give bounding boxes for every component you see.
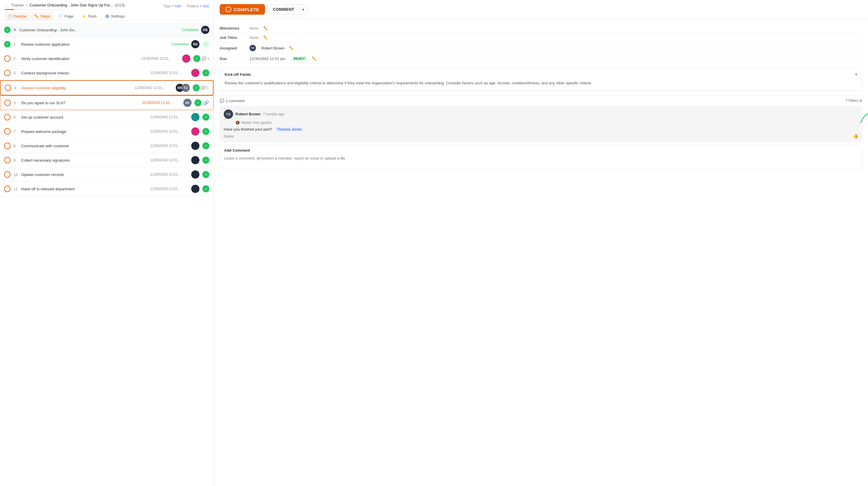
step-header-row[interactable]: ✓ ≡ Customer Onboarding - John Do... Com…: [0, 23, 214, 37]
milestones-edit-icon[interactable]: ✏️: [263, 26, 268, 30]
comment-delete-button[interactable]: Delete: [224, 134, 858, 138]
step-10-check[interactable]: [4, 171, 10, 178]
add-comment-label: Add Comment: [220, 145, 862, 154]
header-step-name: Customer Onboarding - John Do...: [19, 28, 178, 32]
step-5-name: Do you agree to our SLA?: [21, 101, 140, 105]
tab-overdue[interactable]: 🕐 Overdue: [5, 12, 30, 20]
due-edit-icon[interactable]: ✏️: [312, 57, 316, 61]
breadcrumb-title[interactable]: Customer Onboarding - John Doe Signs Up …: [30, 3, 113, 7]
tracker-link[interactable]: Tracker: [11, 3, 24, 7]
add-comment-input[interactable]: [220, 154, 862, 168]
ready-badge: READY: [291, 56, 308, 61]
step-row-8[interactable]: 8 Communicate with customer 12/30/2042 1…: [0, 139, 214, 153]
folders-label: Folders: [187, 4, 198, 8]
step-row-10[interactable]: 10 Update customer records 12/30/2042 12…: [0, 167, 214, 182]
complete-button[interactable]: ○ COMPLETE: [220, 4, 265, 14]
breadcrumb: Tracker > Customer Onboarding - John Doe…: [11, 3, 125, 7]
comment-label: COMMENT: [273, 7, 294, 12]
kickoff-section: Kick-off Fields ▾ Review the customer's …: [220, 68, 862, 91]
comment-main-button[interactable]: COMMENT: [268, 5, 299, 14]
milestones-row: Milestones None ✏️: [220, 24, 862, 33]
step-9-check[interactable]: [4, 157, 10, 163]
like-button[interactable]: 👍: [853, 133, 859, 138]
step-4-avatars: RB TJ: [176, 84, 190, 92]
arrow-svg: [859, 108, 868, 126]
right-content: Milestones None ✏️ Job Titles None ✏️ As…: [214, 19, 868, 486]
step-10-check-btn[interactable]: ✓: [203, 171, 209, 178]
tab-page[interactable]: 📄 Page: [55, 12, 77, 20]
left-panel: ☆ Tracker > Customer Onboarding - John D…: [0, 0, 214, 486]
step-3-check[interactable]: [4, 70, 10, 76]
step-row-11[interactable]: 11 Hand off to relevant department 12/30…: [0, 182, 214, 196]
progress-fill: [5, 9, 14, 10]
nav-tabs: 🕐 Overdue ✏️ Steps 📄 Page ⚡ Tools: [5, 12, 209, 20]
complete-circle-icon: ○: [225, 6, 231, 12]
step-row-3[interactable]: 3 Conduct background checks 12/30/2042 1…: [0, 66, 214, 80]
tags-section: Tags + Add: [163, 4, 181, 8]
comment-dropdown-button[interactable]: ▾: [299, 5, 307, 14]
step-row-2[interactable]: 2 Verify customer identification 12/30/2…: [0, 52, 214, 66]
step-5-actions: ✓ 🔗: [194, 99, 209, 106]
step-6-num: 6: [13, 115, 18, 120]
step-6-check-btn[interactable]: ✓: [203, 114, 209, 121]
step-2-check[interactable]: [4, 55, 10, 62]
tags-add[interactable]: + Add: [172, 4, 181, 8]
steps-icon: ✏️: [34, 14, 39, 19]
step-1-actions: ✓: [203, 41, 209, 48]
assigned-edit-icon[interactable]: ✏️: [289, 46, 294, 51]
step-row-9[interactable]: 9 Collect necessary signatures 12/30/204…: [0, 153, 214, 167]
tab-tools[interactable]: ⚡ Tools: [78, 12, 100, 20]
step-5-check[interactable]: [4, 100, 11, 106]
step-4-avatar-2: TJ: [182, 84, 190, 92]
step-11-check-btn[interactable]: ✓: [203, 185, 209, 192]
tab-steps-label: Steps: [40, 14, 50, 19]
step-3-actions: ✓: [203, 69, 209, 76]
step-row-7[interactable]: 7 Prepare welcome package 12/30/2042 12:…: [0, 124, 214, 139]
step-row-4[interactable]: 4 Assess customer eligibility 12/30/2042…: [0, 80, 214, 95]
step-4-check[interactable]: [5, 85, 11, 91]
step-9-check-btn[interactable]: ✓: [203, 157, 209, 164]
step-row-1[interactable]: ✓ 1 Review customer application Complete…: [0, 37, 214, 52]
comments-header: 💬 1 comment 7 Filters ⊟: [220, 95, 862, 106]
step-6-check[interactable]: [4, 114, 10, 120]
step-1-avatar: RB: [191, 40, 199, 48]
hidden-text: Hidden from guests: [241, 121, 272, 125]
tab-settings[interactable]: ⚙️ Settings: [101, 12, 128, 20]
step-1-check[interactable]: ✓: [4, 41, 10, 47]
step-7-check[interactable]: [4, 128, 10, 135]
tab-steps[interactable]: ✏️ Steps: [31, 12, 54, 20]
step-9-name: Collect necessary signatures: [21, 158, 147, 162]
step-4-actions: ✓ 💬 1: [193, 84, 209, 91]
step-7-name: Prepare welcome package: [21, 129, 147, 134]
step-6-avatar: [191, 113, 199, 121]
job-titles-edit-icon[interactable]: ✏️: [263, 35, 268, 40]
assigned-avatar: RB: [249, 45, 256, 51]
step-4-name: Assess customer eligibility: [22, 86, 132, 90]
comment-mention[interactable]: Thomas Jones: [275, 127, 303, 132]
step-row-6[interactable]: 6 Set up customer account 12/30/2042 12:…: [0, 110, 214, 124]
step-8-check[interactable]: [4, 142, 10, 149]
tags-label: Tags: [163, 4, 171, 8]
step-11-actions: ✓: [203, 185, 209, 192]
step-7-check-btn[interactable]: ✓: [203, 128, 209, 135]
step-3-check-btn[interactable]: ✓: [203, 69, 209, 76]
folders-add[interactable]: + Add: [200, 4, 209, 8]
step-row-5[interactable]: 5 Do you agree to our SLA? 01/28/2024 11…: [0, 95, 214, 110]
step-5-check-btn[interactable]: ✓: [194, 99, 202, 106]
overdue-icon: 🕐: [8, 14, 12, 19]
filters-button[interactable]: 7 Filters ⊟: [845, 99, 862, 103]
step-1-check-btn[interactable]: ✓: [203, 41, 209, 48]
step-8-num: 8: [13, 144, 18, 148]
step-2-check-btn[interactable]: ✓: [193, 55, 200, 62]
kickoff-title: Kick-off Fields: [225, 72, 251, 77]
comment-time: 7 months ago: [263, 112, 284, 116]
kickoff-header[interactable]: Kick-off Fields ▾: [220, 68, 862, 80]
step-8-check-btn[interactable]: ✓: [203, 142, 209, 149]
step-8-actions: ✓: [203, 142, 209, 149]
right-toolbar: ○ COMPLETE COMMENT ▾: [214, 0, 868, 19]
star-icon[interactable]: ☆: [5, 3, 9, 9]
step-4-check-btn[interactable]: ✓: [193, 84, 200, 91]
step-11-check[interactable]: [4, 186, 10, 192]
tab-tools-label: Tools: [88, 14, 97, 19]
step-2-name: Verify customer identification: [21, 57, 138, 61]
